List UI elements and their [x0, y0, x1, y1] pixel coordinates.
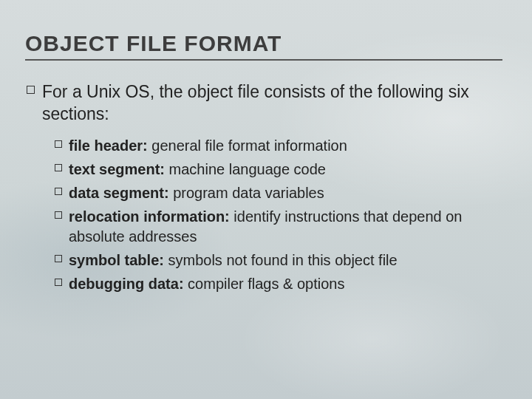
square-bullet-icon [27, 86, 35, 94]
list-item-rest: compiler flags & options [184, 276, 345, 292]
list-item-rest: symbols not found in this object file [164, 252, 398, 268]
list-item-text: debugging data: compiler flags & options [69, 274, 344, 294]
list-item-bold: file header: [69, 137, 148, 154]
list-item-text: text segment: machine language code [69, 160, 326, 180]
list-item-rest: program data variables [169, 185, 324, 201]
list-item-bold: symbol table: [69, 252, 164, 268]
sub-list: file header: general file format informa… [55, 136, 502, 294]
list-item-bold: relocation information: [69, 208, 230, 225]
list-item: debugging data: compiler flags & options [55, 274, 502, 294]
lead-bullet: For a Unix OS, the object file consists … [27, 81, 502, 126]
list-item-text: data segment: program data variables [69, 183, 324, 203]
list-item-text: relocation information: identify instruc… [69, 207, 502, 247]
square-bullet-icon [55, 255, 62, 262]
list-item: text segment: machine language code [55, 160, 502, 180]
slide-title: OBJECT FILE FORMAT [25, 31, 502, 61]
list-item-text: file header: general file format informa… [69, 136, 347, 156]
square-bullet-icon [55, 188, 62, 195]
square-bullet-icon [55, 164, 62, 171]
list-item-bold: debugging data: [69, 276, 184, 292]
list-item: file header: general file format informa… [55, 136, 502, 156]
list-item-bold: text segment: [69, 161, 165, 177]
list-item: data segment: program data variables [55, 183, 502, 203]
list-item-bold: data segment: [69, 185, 169, 201]
list-item-text: symbol table: symbols not found in this … [69, 250, 398, 270]
list-item: relocation information: identify instruc… [55, 207, 502, 247]
list-item-rest: general file format information [148, 137, 347, 154]
list-item: symbol table: symbols not found in this … [55, 250, 502, 270]
square-bullet-icon [55, 279, 62, 286]
square-bullet-icon [55, 211, 62, 219]
square-bullet-icon [55, 140, 62, 148]
slide: OBJECT FILE FORMAT For a Unix OS, the ob… [0, 0, 532, 320]
list-item-rest: machine language code [165, 161, 326, 177]
lead-text: For a Unix OS, the object file consists … [42, 81, 502, 126]
